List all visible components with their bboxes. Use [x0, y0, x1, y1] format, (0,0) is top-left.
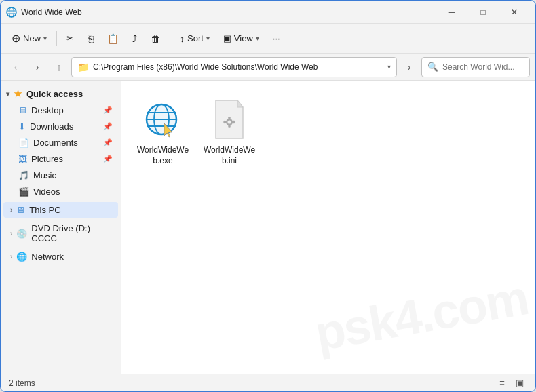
status-count: 2 items: [9, 378, 35, 388]
new-label: New: [23, 33, 41, 43]
folder-icon: 📁: [77, 62, 89, 73]
sidebar-item-network[interactable]: › 🌐 Network: [3, 249, 118, 264]
delete-button[interactable]: 🗑: [145, 28, 166, 50]
copy-button[interactable]: ⎘: [82, 28, 99, 50]
list-view-button[interactable]: ≡: [495, 376, 510, 391]
address-bar[interactable]: 📁 C:\Program Files (x86)\World Wide Solu…: [71, 57, 397, 77]
sidebar: ▾ ★ Quick access 🖥 Desktop 📌 ⬇ Downloads…: [1, 81, 121, 374]
paste-button[interactable]: 📋: [102, 28, 124, 50]
pin-icon-downloads: 📌: [103, 122, 113, 131]
pictures-icon: 🖼: [18, 154, 27, 164]
downloads-icon: ⬇: [18, 121, 26, 132]
sidebar-item-this-pc[interactable]: › 🖥 This PC: [3, 202, 118, 218]
dvd-icon: 💿: [16, 229, 27, 239]
close-button[interactable]: ✕: [499, 1, 530, 24]
expand-icon-network: ›: [10, 253, 12, 260]
sidebar-item-pictures[interactable]: 🖼 Pictures 📌: [3, 151, 118, 167]
go-button[interactable]: ›: [400, 58, 419, 77]
this-pc-icon: 🖥: [16, 205, 25, 215]
app-icon: [6, 7, 17, 18]
desktop-icon: 🖥: [18, 105, 27, 115]
toolbar-divider-1: [56, 31, 57, 46]
svg-point-1: [9, 7, 14, 17]
sidebar-item-desktop[interactable]: 🖥 Desktop 📌: [3, 102, 118, 118]
quick-access-header[interactable]: ▾ ★ Quick access: [3, 85, 118, 102]
svg-point-0: [7, 7, 16, 17]
more-button[interactable]: ···: [267, 28, 286, 50]
view-label: View: [234, 33, 253, 43]
window: World Wide Web ─ □ ✕ ⊕ New ▾ ✂ ⎘ 📋 ⤴ 🗑: [0, 0, 536, 392]
new-icon: ⊕: [12, 32, 20, 45]
dvd-label: DVD Drive (D:) CCCC: [31, 223, 113, 243]
sidebar-item-music[interactable]: 🎵 Music: [3, 168, 118, 183]
sort-icon: ↕: [180, 33, 185, 44]
dvd-section: › 💿 DVD Drive (D:) CCCC: [1, 220, 121, 246]
cut-icon: ✂: [66, 33, 74, 43]
view-button[interactable]: ▣ View ▾: [218, 28, 265, 50]
svg-rect-16: [228, 125, 230, 128]
documents-label: Documents: [33, 138, 78, 148]
paste-icon: 📋: [107, 33, 119, 44]
network-icon: 🌐: [16, 252, 27, 262]
search-icon: 🔍: [427, 62, 438, 72]
this-pc-label: This PC: [29, 205, 60, 215]
search-input[interactable]: [442, 62, 524, 72]
window-title: World Wide Web: [21, 7, 436, 17]
more-icon: ···: [273, 33, 280, 43]
grid-view-button[interactable]: ▣: [512, 376, 527, 391]
new-button[interactable]: ⊕ New ▾: [6, 28, 52, 50]
minimize-button[interactable]: ─: [436, 1, 467, 24]
pin-icon-desktop: 📌: [103, 106, 113, 115]
file-item-ini[interactable]: WorldWideWeb.ini: [199, 92, 260, 171]
delete-icon: 🗑: [151, 33, 160, 44]
music-icon: 🎵: [18, 170, 29, 180]
svg-point-14: [227, 120, 231, 123]
svg-rect-15: [228, 117, 230, 119]
toolbar: ⊕ New ▾ ✂ ⎘ 📋 ⤴ 🗑 ↕ Sort ▾ ▣ View ▾: [1, 24, 535, 54]
star-icon: ★: [14, 88, 22, 99]
exe-filename: WorldWideWeb.exe: [136, 145, 190, 166]
pictures-label: Pictures: [31, 154, 63, 164]
status-bar: 2 items ≡ ▣: [1, 374, 535, 391]
share-icon: ⤴: [132, 33, 137, 44]
svg-marker-12: [237, 100, 243, 107]
watermark: psk4.com: [311, 273, 531, 358]
pin-icon-pictures: 📌: [103, 155, 113, 163]
sort-label: Sort: [187, 33, 204, 43]
network-section: › 🌐 Network: [1, 249, 121, 264]
address-chevron: ▾: [387, 63, 391, 71]
this-pc-section: › 🖥 This PC: [1, 202, 121, 218]
up-button[interactable]: ↑: [50, 58, 69, 77]
address-path: C:\Program Files (x86)\World Wide Soluti…: [93, 62, 383, 72]
forward-button[interactable]: ›: [28, 58, 47, 77]
documents-icon: 📄: [18, 138, 29, 148]
share-button[interactable]: ⤴: [127, 28, 142, 50]
videos-label: Videos: [33, 187, 60, 197]
music-label: Music: [33, 170, 56, 180]
title-bar: World Wide Web ─ □ ✕: [1, 1, 535, 24]
search-bar: 🔍: [421, 57, 530, 77]
back-button[interactable]: ‹: [6, 58, 25, 77]
sort-button[interactable]: ↕ Sort ▾: [174, 28, 215, 50]
status-view-icons: ≡ ▣: [495, 376, 527, 391]
pin-icon-documents: 📌: [103, 138, 113, 147]
sidebar-item-downloads[interactable]: ⬇ Downloads 📌: [3, 119, 118, 134]
expand-icon: ▾: [6, 90, 9, 98]
exe-icon: [140, 96, 186, 142]
sidebar-item-dvd[interactable]: › 💿 DVD Drive (D:) CCCC: [3, 220, 118, 246]
copy-icon: ⎘: [88, 33, 94, 44]
desktop-label: Desktop: [31, 105, 64, 115]
view-chevron: ▾: [256, 35, 259, 42]
toolbar-divider-2: [170, 31, 170, 46]
cut-button[interactable]: ✂: [61, 28, 79, 50]
file-item-exe[interactable]: WorldWideWeb.exe: [132, 92, 193, 171]
downloads-label: Downloads: [30, 121, 73, 132]
view-icon: ▣: [223, 33, 231, 43]
new-chevron: ▾: [43, 35, 47, 42]
sidebar-item-documents[interactable]: 📄 Documents 📌: [3, 135, 118, 151]
addressbar-row: ‹ › ↑ 📁 C:\Program Files (x86)\World Wid…: [1, 54, 535, 81]
window-controls: ─ □ ✕: [436, 1, 530, 24]
maximize-button[interactable]: □: [467, 1, 499, 24]
network-label: Network: [31, 252, 64, 262]
sidebar-item-videos[interactable]: 🎬 Videos: [3, 184, 118, 199]
